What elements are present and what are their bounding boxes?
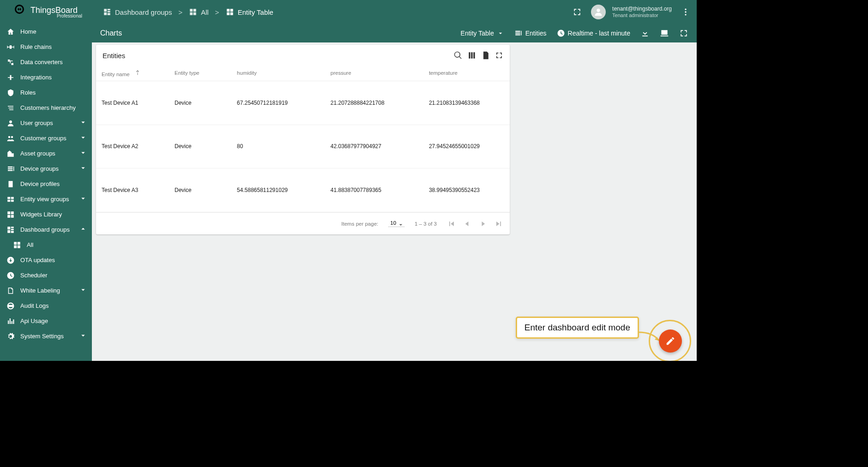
column-label: humidity xyxy=(237,70,257,76)
col-pressure[interactable]: pressure xyxy=(325,66,423,81)
sidebar-item-device-groups[interactable]: Device groups xyxy=(0,161,92,176)
breadcrumb-entity-table[interactable]: Entity Table xyxy=(226,8,273,16)
table-row[interactable]: Test Device A3Device54.5886581129102941.… xyxy=(96,168,510,212)
column-label: pressure xyxy=(331,70,351,76)
export-icon[interactable] xyxy=(640,29,650,38)
cell-pressure: 21.207288884221708 xyxy=(325,81,423,125)
layout-select[interactable]: Entity Table xyxy=(461,30,504,37)
export-data-icon[interactable] xyxy=(481,51,490,60)
sidebar-item-label: Device groups xyxy=(20,165,59,172)
column-label: temperature xyxy=(429,70,458,76)
sidebar-item-integrations[interactable]: Integrations xyxy=(0,70,92,85)
col-entity-name[interactable]: Entity name xyxy=(96,66,169,81)
timewindow-button[interactable]: Realtime - last minute xyxy=(557,29,630,37)
device-groups-icon xyxy=(6,165,16,173)
fullscreen-icon[interactable] xyxy=(570,5,585,19)
breadcrumb-sep: > xyxy=(215,8,219,16)
columns-icon[interactable] xyxy=(467,51,476,60)
col-entity-type[interactable]: Entity type xyxy=(169,66,231,81)
dashboard-groups-icon xyxy=(6,226,16,234)
cell-type: Device xyxy=(169,125,231,168)
edit-timewindow-icon[interactable] xyxy=(660,29,669,38)
sidebar-item-asset-groups[interactable]: Asset groups xyxy=(0,146,92,161)
sidebar-item-white-labeling[interactable]: White Labeling xyxy=(0,283,92,298)
expand-icon[interactable] xyxy=(679,29,688,38)
sidebar-item-device-profiles[interactable]: Device profiles xyxy=(0,176,92,192)
brand: ThingsBoard Professional xyxy=(0,0,92,24)
prev-page-icon[interactable] xyxy=(463,219,472,228)
sidebar-item-label: Widgets Library xyxy=(20,211,62,218)
entities-label: Entities xyxy=(525,30,547,37)
sidebar-item-roles[interactable]: Roles xyxy=(0,85,92,100)
brand-logo-icon xyxy=(14,4,25,17)
chevron-down-icon xyxy=(79,194,87,204)
widget-title: Entities xyxy=(102,52,125,60)
sidebar-item-rule-chains[interactable]: Rule chains xyxy=(0,39,92,54)
user-role: Tenant administrator xyxy=(612,12,658,18)
chevron-down-icon xyxy=(79,133,87,143)
avatar-icon[interactable] xyxy=(591,5,606,19)
cell-temperature: 21.21083139463368 xyxy=(423,81,510,125)
breadcrumb: Dashboard groups > All > Entity Table xyxy=(103,8,273,16)
svg-point-6 xyxy=(685,14,686,15)
col-humidity[interactable]: humidity xyxy=(231,66,325,81)
sidebar-item-customer-groups[interactable]: Customer groups xyxy=(0,131,92,146)
sidebar-item-system-settings[interactable]: System Settings xyxy=(0,329,92,344)
sidebar-item-scheduler[interactable]: Scheduler xyxy=(0,268,92,283)
breadcrumb-dashboard-groups[interactable]: Dashboard groups xyxy=(103,8,172,16)
entities-widget: Entities xyxy=(96,45,510,234)
svg-point-4 xyxy=(685,9,686,10)
sidebar-item-label: System Settings xyxy=(20,333,64,340)
sidebar-item-ota-updates[interactable]: OTA updates xyxy=(0,252,92,268)
cell-name: Test Device A3 xyxy=(96,168,169,212)
sidebar-item-audit-logs[interactable]: Audit Logs xyxy=(0,298,92,313)
dashboard-toolbar: Charts Entity Table Entities Realtime - … xyxy=(92,24,697,42)
sidebar-item-label: Customer groups xyxy=(20,135,66,142)
table-row[interactable]: Test Device A1Device67.2545071218191921.… xyxy=(96,81,510,125)
sidebar-item-dashboard-groups[interactable]: Dashboard groups xyxy=(0,222,92,237)
white-labeling-icon xyxy=(6,287,16,295)
layout-select-label: Entity Table xyxy=(461,30,494,37)
page-size-select[interactable]: 10 xyxy=(388,220,404,227)
sidebar-item-user-groups[interactable]: User groups xyxy=(0,115,92,131)
sidebar-item-data-converters[interactable]: Data converters xyxy=(0,54,92,70)
search-icon[interactable] xyxy=(453,51,463,60)
rule-chains-icon xyxy=(6,43,16,51)
widget-fullscreen-icon[interactable] xyxy=(495,51,503,60)
table-header-row: Entity name Entity type humidity pressur… xyxy=(96,66,510,81)
table-pager: Items per page: 10 1 – 3 of 3 xyxy=(96,212,510,234)
cell-pressure: 41.88387007789365 xyxy=(325,168,423,212)
last-page-icon[interactable] xyxy=(494,219,503,228)
sidebar-item-customers-hierarchy[interactable]: Customers hierarchy xyxy=(0,100,92,115)
breadcrumb-label: Dashboard groups xyxy=(115,8,172,16)
customers-hierarchy-icon xyxy=(6,104,16,112)
svg-point-3 xyxy=(597,9,600,12)
next-page-icon[interactable] xyxy=(478,219,488,228)
sidebar-nav: HomeRule chainsData convertersIntegratio… xyxy=(0,24,92,361)
callout-enter-edit: Enter dashboard edit mode xyxy=(516,317,639,339)
table-row[interactable]: Test Device A2Device8042.036879779049272… xyxy=(96,125,510,168)
app-root: ThingsBoard Professional HomeRule chains… xyxy=(0,0,697,361)
topbar: Dashboard groups > All > Entity Table xyxy=(92,0,697,24)
sidebar-item-home[interactable]: Home xyxy=(0,24,92,39)
entity-view-groups-icon xyxy=(6,195,16,204)
entities-button[interactable]: Entities xyxy=(514,29,547,37)
cell-type: Device xyxy=(169,81,231,125)
sidebar-item-label: Device profiles xyxy=(20,180,60,187)
scheduler-icon xyxy=(6,271,16,280)
cell-name: Test Device A1 xyxy=(96,81,169,125)
breadcrumb-all[interactable]: All xyxy=(189,8,209,16)
widget-header: Entities xyxy=(96,45,510,66)
edit-dashboard-fab[interactable] xyxy=(659,329,682,353)
sidebar-item-all[interactable]: All xyxy=(0,237,92,252)
kebab-menu-icon[interactable] xyxy=(678,5,693,19)
sidebar-item-widgets-library[interactable]: Widgets Library xyxy=(0,207,92,222)
col-temperature[interactable]: temperature xyxy=(423,66,510,81)
timewindow-label: Realtime - last minute xyxy=(568,30,630,37)
sidebar-item-api-usage[interactable]: Api Usage xyxy=(0,313,92,329)
integrations-icon xyxy=(6,73,16,82)
user-block: tenant@thingsboard.org Tenant administra… xyxy=(612,6,672,18)
main: Dashboard groups > All > Entity Table xyxy=(92,0,697,361)
sidebar-item-entity-view-groups[interactable]: Entity view groups xyxy=(0,192,92,207)
first-page-icon[interactable] xyxy=(447,219,456,228)
